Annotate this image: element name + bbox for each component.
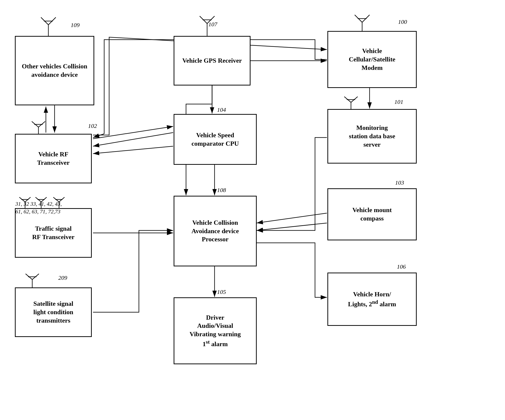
vcap-box: Vehicle CollisionAvoidance deviceProcess… [174, 196, 257, 266]
driver-audio-label: DriverAudio/VisualVibrating warning1st a… [189, 313, 241, 348]
cellular-modem-box: VehicleCellular/SatelliteModem [327, 31, 417, 88]
vehicle-gps-label: Vehicle GPS Receiver [182, 56, 242, 65]
antenna-109 [38, 15, 58, 37]
svg-line-7 [93, 133, 173, 146]
svg-line-12 [257, 213, 327, 223]
lbl-209: 209 [58, 275, 67, 281]
vehicle-rf-box: Vehicle RFTransceiver [15, 134, 92, 183]
driver-audio-box: DriverAudio/VisualVibrating warning1st a… [174, 297, 257, 364]
lbl-105: 105 [217, 289, 226, 295]
lbl-103: 103 [395, 179, 404, 186]
monitoring-station-label: Monitoringstation data baseserver [349, 124, 395, 149]
lbl-101: 101 [394, 99, 403, 105]
speed-comparator-label: Vehicle Speedcomparator CPU [191, 131, 239, 148]
lbl-102: 102 [88, 123, 97, 129]
diagram: Other vehicles Collision avoidance devic… [0, 0, 505, 420]
other-vehicles-label: Other vehicles Collision avoidance devic… [18, 62, 91, 79]
vcap-label: Vehicle CollisionAvoidance deviceProcess… [191, 219, 239, 244]
speed-comparator-box: Vehicle Speedcomparator CPU [174, 114, 257, 165]
lbl-109: 109 [71, 22, 80, 28]
lbl-108: 108 [217, 187, 226, 194]
svg-line-15 [93, 134, 104, 138]
svg-line-8 [93, 146, 173, 154]
svg-line-13 [257, 223, 327, 230]
monitoring-station-box: Monitoringstation data baseserver [327, 109, 417, 164]
svg-line-9 [93, 126, 173, 139]
antenna-209 [24, 273, 41, 289]
vehicle-compass-box: Vehicle mountcompass [327, 188, 417, 240]
traffic-signal-label: Traffic signalRF Transceiver [32, 224, 75, 241]
lbl-107: 107 [208, 21, 217, 28]
satellite-signal-box: Satellite signallight conditiontransmitt… [15, 287, 92, 337]
vehicle-rf-label: Vehicle RFTransceiver [37, 150, 70, 167]
lbl-106: 106 [397, 263, 406, 270]
satellite-signal-label: Satellite signallight conditiontransmitt… [33, 300, 73, 325]
lbl-100: 100 [398, 19, 407, 25]
traffic-signal-box: Traffic signalRF Transceiver [15, 208, 92, 258]
traffic-signal-numbers: 31, 32 33, 41, 42, 43, 61, 62, 63, 71, 7… [15, 200, 62, 216]
vehicle-horn-box: Vehicle Horn/Lights, 2nd alarm [327, 273, 417, 326]
other-vehicles-box: Other vehicles Collision avoidance devic… [15, 36, 94, 105]
vehicle-gps-box: Vehicle GPS Receiver [174, 36, 251, 85]
vehicle-horn-label: Vehicle Horn/Lights, 2nd alarm [348, 290, 396, 308]
lbl-104: 104 [217, 107, 226, 113]
cellular-modem-label: VehicleCellular/SatelliteModem [349, 47, 395, 72]
vehicle-compass-label: Vehicle mountcompass [352, 206, 392, 223]
